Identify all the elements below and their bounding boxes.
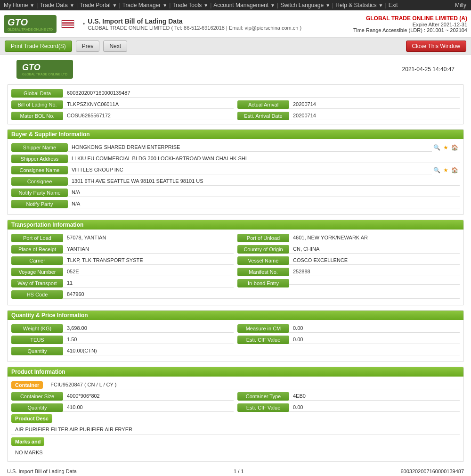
container-type-value: 4EB0 <box>289 392 460 401</box>
nav-account-management[interactable]: Account Management ▼ <box>213 2 276 8</box>
teus-value: 1.50 <box>63 335 234 344</box>
notify-party-name-row: Notify Party Name N/A <box>11 188 460 197</box>
content-logo: GTO GLOBAL TRADE ONLINE LTD <box>16 60 73 79</box>
product-quantity-value: 410.00 <box>63 403 234 412</box>
product-esti-cif-value: 0.00 <box>289 403 460 412</box>
main-content: GTO GLOBAL TRADE ONLINE LTD 2021-04-25 1… <box>0 55 471 476</box>
close-button[interactable]: Close This Window <box>406 41 466 52</box>
top-navigation: My Home ▼ | Trade Data ▼ | Trade Portal … <box>0 0 471 10</box>
shipper-star-icon[interactable]: ★ <box>443 144 448 151</box>
shipper-name-row: Shipper Name HONGKONG SHARED DREAM ENTER… <box>11 143 460 152</box>
logo-area: GTO GLOBAL TRADE ONLINE LTD • U.S. Impor… <box>4 15 301 33</box>
container-badge: Container <box>11 381 43 389</box>
voyage-number-value: 052E <box>63 267 234 276</box>
container-type-label: Container Type <box>237 392 289 401</box>
in-bond-entry-value <box>289 281 460 285</box>
port-of-load-label: Port of Load <box>11 234 63 242</box>
esti-arrival-value: 20200714 <box>289 111 460 120</box>
global-data-label: Global Data <box>11 89 63 98</box>
port-of-load-value: 57078, YANTIAN <box>63 233 234 242</box>
header-right: GLOBAL TRADE ONLINE LIMITED (A) Expire A… <box>353 15 467 33</box>
actual-arrival-value: 20200714 <box>289 100 460 109</box>
carrier-label: Carrier <box>11 256 63 265</box>
consignee-label: Consignee <box>11 177 68 186</box>
qp-esti-cif-value: 0.00 <box>289 335 460 344</box>
container-value: FCIU9520847 ( CN / L / CY ) <box>47 380 460 389</box>
nav-trade-portal[interactable]: Trade Portal ▼ <box>80 2 118 8</box>
nav-help-statistics[interactable]: Help & Statistics ▼ <box>335 2 384 8</box>
carrier-value: TLKP, TLK TRANSPORT SYSTE <box>63 256 234 265</box>
measure-value: 0.00 <box>289 324 460 333</box>
shipper-address-row: Shipper Address LI KIU FU COMMERCIAL BLD… <box>11 154 460 163</box>
qp-quantity-row: Quantity 410.00(CTN) <box>11 346 460 355</box>
user-name: Milly <box>455 2 466 8</box>
nav-trade-manager[interactable]: Trade Manager ▼ <box>122 2 169 8</box>
way-of-transport-label: Way of Transport <box>11 279 63 287</box>
logo-box: GTO GLOBAL TRADE ONLINE LTD <box>4 15 57 33</box>
product-section: Product Information Container FCIU952084… <box>7 367 464 462</box>
print-button[interactable]: Print Trade Record(S) <box>5 41 72 52</box>
esti-arrival-label: Esti. Arrival Date <box>237 112 289 120</box>
nav-trade-data[interactable]: Trade Data ▼ <box>40 2 75 8</box>
country-of-origin-value: CN, CHINA <box>289 245 460 254</box>
qp-quantity-value: 410.00(CTN) <box>63 346 460 355</box>
notify-party-name-value: N/A <box>68 188 460 197</box>
notify-party-label: Notify Party <box>11 200 68 208</box>
time-range: Time Range Accessible (LDR) : 201001 ~ 2… <box>353 27 467 33</box>
shipper-name-label: Shipper Name <box>11 143 68 152</box>
consignee-row: Consignee 1301 6TH AVE SEATTLE WA 98101 … <box>11 177 460 186</box>
header-bar: GTO GLOBAL TRADE ONLINE LTD • U.S. Impor… <box>0 10 471 38</box>
nav-switch-language[interactable]: Switch Language ▼ <box>280 2 331 8</box>
datasource-info: U.S. Import Bill of Lading Data GLOBAL T… <box>88 17 301 31</box>
container-row: Container FCIU9520847 ( CN / L / CY ) <box>11 380 460 389</box>
bill-of-lading-value: TLKPSZXNYC06011A <box>63 100 234 109</box>
logo-gto: GTO <box>8 17 53 28</box>
quantity-price-section: Quantity & Price Information Weight (KG)… <box>7 310 464 362</box>
global-data-value: 6003202007160000139487 <box>63 89 460 98</box>
notify-party-value: N/A <box>68 199 460 208</box>
hs-code-row: HS Code 847960 <box>11 290 460 299</box>
global-data-section: Global Data 6003202007160000139487 Bill … <box>7 84 464 124</box>
consignee-value: 1301 6TH AVE SEATTLE WA 98101 SEATTLE 98… <box>68 177 460 186</box>
us-flag-icon <box>61 20 74 28</box>
shipper-address-value: LI KIU FU COMMERCIAL BLDG 300 LOCKHARTRO… <box>68 154 460 163</box>
logo-subtitle: GLOBAL TRADE ONLINE LTD <box>8 28 53 31</box>
record-info-bar: U.S. Import Bill of Lading Data 1 / 1 60… <box>7 467 464 476</box>
nav-arrow: ▼ <box>30 3 34 8</box>
shipper-search-icon[interactable]: 🔍 <box>433 144 440 151</box>
product-esti-cif-label: Esti. CIF Value <box>237 403 289 412</box>
consignee-name-label: Consignee Name <box>11 166 68 174</box>
transportation-header: Transportation Information <box>8 220 463 230</box>
container-size-value: 4000*906*802 <box>63 392 234 401</box>
port-of-unload-label: Port of Unload <box>237 234 289 242</box>
product-header: Product Information <box>8 367 463 377</box>
bottom-record-id: 6003202007160000139487 <box>400 468 464 474</box>
consignee-name-row: Consignee Name VITTLES GROUP INC 🔍 ★ 🏠 <box>11 165 460 174</box>
consignee-star-icon[interactable]: ★ <box>443 167 448 173</box>
consignee-search-icon[interactable]: 🔍 <box>433 167 440 173</box>
notify-party-name-label: Notify Party Name <box>11 189 68 197</box>
nav-my-home[interactable]: My Home ▼ <box>4 2 35 8</box>
vessel-name-value: COSCO EXCELLENCE <box>289 256 460 265</box>
port-of-unload-value: 4601, NEW YORK/NEWARK AR <box>289 233 460 242</box>
weight-value: 3,698.00 <box>63 324 234 333</box>
hs-code-value: 847960 <box>63 290 460 299</box>
vessel-name-label: Vessel Name <box>237 256 289 265</box>
next-button[interactable]: Next <box>103 41 127 52</box>
manifest-no-value: 252888 <box>289 267 460 276</box>
measure-label: Measure in CM <box>237 324 289 333</box>
product-quantity-label: Quantity <box>11 403 63 412</box>
nav-exit[interactable]: Exit <box>389 2 399 8</box>
consignee-home-icon[interactable]: 🏠 <box>451 167 458 173</box>
in-bond-entry-label: In-bond Entry <box>237 279 289 287</box>
shipper-home-icon[interactable]: 🏠 <box>451 144 458 151</box>
prev-button[interactable]: Prev <box>76 41 100 52</box>
manifest-no-label: Manifest No. <box>237 268 289 276</box>
notify-party-row: Notify Party N/A <box>11 199 460 208</box>
shipper-address-label: Shipper Address <box>11 155 68 163</box>
country-of-origin-label: Country of Origin <box>237 245 289 254</box>
teus-label: TEUS <box>11 336 63 344</box>
nav-trade-tools[interactable]: Trade Tools ▼ <box>172 2 209 8</box>
voyage-number-label: Voyage Number <box>11 268 63 276</box>
way-of-transport-value: 11 <box>63 279 234 287</box>
